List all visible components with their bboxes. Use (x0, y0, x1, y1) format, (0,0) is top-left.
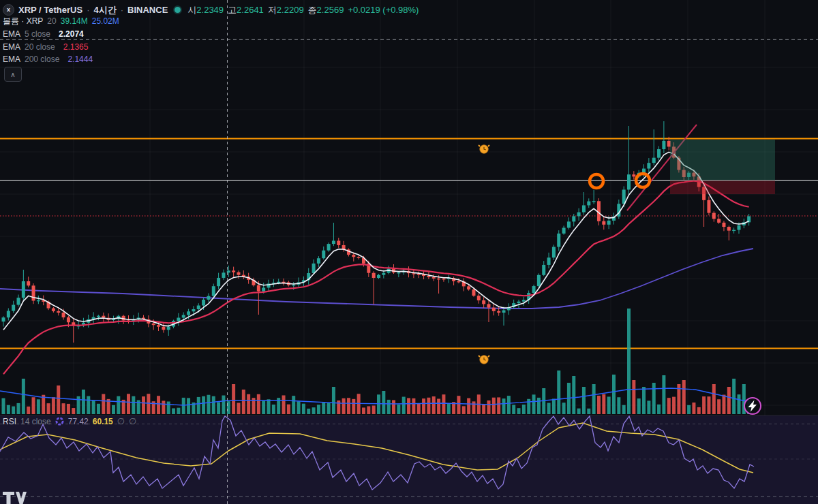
indicator-value: 2.1444 (67, 55, 93, 63)
bolt-button[interactable] (744, 398, 761, 414)
position-profit-box[interactable] (670, 140, 775, 180)
volume-length: 20 (47, 17, 56, 25)
separator: · (121, 5, 123, 14)
indicator-name: EMA (3, 43, 20, 51)
rsi-pane-bg (0, 415, 818, 504)
empty-set-icon: ∅ (129, 417, 136, 426)
indicator-params: 5 close (25, 30, 50, 38)
volume-ma-value: 25.02M (92, 17, 119, 25)
rsi-legend[interactable]: RSI 14 close 77.42 60.15 ∅ ∅ (3, 417, 136, 426)
legend-collapse-button[interactable]: ∧ (4, 67, 22, 82)
market-status-icon (175, 7, 181, 13)
ohlc-close: 종2.2569 (308, 5, 344, 14)
ema200-legend[interactable]: EMA 200 close 2.1444 (3, 55, 93, 63)
separator: · (87, 5, 89, 14)
ema20-legend[interactable]: EMA 20 close 2.1365 (3, 43, 88, 51)
indicator-value: 2.1365 (63, 43, 89, 51)
ema5-legend[interactable]: EMA 5 close 2.2074 (3, 30, 84, 38)
volume-value: 39.14M (61, 17, 88, 25)
symbol-title: XRP / TetherUS (18, 5, 82, 14)
ohlc-low: 저2.2209 (268, 5, 304, 14)
symbol-legend[interactable]: x XRP / TetherUS · 4시간 · BINANCE 시2.2349… (3, 4, 419, 16)
indicator-name: EMA (3, 55, 20, 63)
rsi-loading-icon (55, 417, 64, 426)
interval-label: 4시간 (94, 5, 117, 14)
ohlc-open: 시2.2349 (187, 5, 224, 14)
indicator-params: 200 close (25, 55, 59, 63)
volume-legend[interactable]: 볼륨 · XRP 20 39.14M 25.02M (3, 17, 119, 25)
position-loss-box[interactable] (670, 180, 775, 194)
ohlc-high: 고2.2641 (228, 5, 264, 14)
indicator-name: RSI (3, 418, 16, 426)
price-change: +0.0219 (+0.98%) (348, 5, 419, 14)
rsi-ma-value: 60.15 (93, 418, 113, 426)
indicator-params: 20 close (25, 43, 55, 51)
empty-set-icon: ∅ (117, 417, 125, 426)
chart-canvas[interactable] (0, 0, 818, 504)
volume-label: 볼륨 · XRP (3, 17, 43, 25)
chart-window: x XRP / TetherUS · 4시간 · BINANCE 시2.2349… (0, 0, 818, 504)
indicator-value: 2.2074 (59, 30, 84, 38)
symbol-logo-icon: x (3, 4, 14, 16)
indicator-params: 14 close (20, 418, 51, 426)
rsi-value: 77.42 (68, 418, 89, 426)
indicator-name: EMA (3, 30, 20, 38)
exchange-label: BINANCE (127, 5, 168, 14)
chevron-up-icon: ∧ (10, 71, 15, 78)
